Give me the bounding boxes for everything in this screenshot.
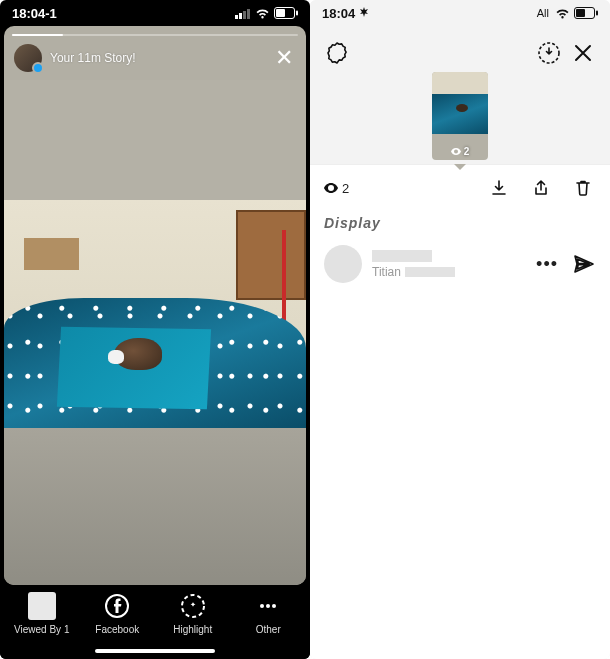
send-icon[interactable] bbox=[572, 252, 596, 276]
svg-rect-3 bbox=[247, 9, 250, 19]
section-label: Display bbox=[310, 211, 610, 239]
facebook-label: Facebook bbox=[95, 624, 139, 635]
share-icon bbox=[531, 178, 551, 198]
more-icon bbox=[253, 591, 283, 621]
svg-rect-5 bbox=[296, 11, 298, 16]
story-photo bbox=[4, 200, 306, 428]
viewed-by-label: Viewed By 1 bbox=[14, 624, 69, 635]
svg-rect-1 bbox=[239, 13, 242, 19]
viewer-thumb-icon bbox=[28, 592, 56, 620]
status-bar-left: 18:04-1 bbox=[0, 0, 310, 26]
thumb-view-count: 2 bbox=[432, 146, 488, 157]
view-count: 2 bbox=[324, 181, 349, 196]
close-button[interactable] bbox=[570, 40, 596, 66]
highlight-label: Highlight bbox=[173, 624, 212, 635]
highlight-icon bbox=[178, 591, 208, 621]
viewed-by-button[interactable]: Viewed By 1 bbox=[4, 591, 80, 635]
story-viewer-panel: 18:04-1 Your 11m Story! ✕ bbox=[0, 0, 310, 659]
story-image[interactable] bbox=[4, 80, 306, 585]
svg-rect-0 bbox=[235, 15, 238, 19]
story-header: Your 11m Story! ✕ bbox=[4, 36, 306, 80]
status-bar-right: 18:04 All bbox=[310, 0, 610, 26]
eye-icon bbox=[324, 183, 338, 193]
battery-icon bbox=[274, 7, 298, 19]
empty-area bbox=[310, 293, 610, 659]
status-time: 18:04-1 bbox=[12, 6, 57, 21]
story-body[interactable]: Your 11m Story! ✕ bbox=[4, 26, 306, 585]
svg-point-10 bbox=[266, 604, 270, 608]
verified-badge-icon bbox=[32, 62, 44, 74]
other-label: Other bbox=[256, 624, 281, 635]
story-progress bbox=[12, 34, 298, 36]
story-thumbnail-row: 2 bbox=[310, 72, 610, 164]
status-indicators: All bbox=[537, 7, 598, 19]
settings-icon bbox=[325, 41, 349, 65]
settings-button[interactable] bbox=[324, 40, 350, 66]
facebook-share-button[interactable]: Facebook bbox=[80, 591, 156, 635]
story-viewers-panel: 18:04 All 2 bbox=[310, 0, 610, 659]
svg-rect-6 bbox=[276, 9, 285, 17]
svg-rect-2 bbox=[243, 11, 246, 19]
share-button[interactable] bbox=[528, 175, 554, 201]
home-indicator[interactable] bbox=[95, 649, 215, 653]
battery-icon bbox=[574, 7, 598, 19]
viewer-avatar[interactable] bbox=[324, 245, 362, 283]
avatar[interactable] bbox=[14, 44, 42, 72]
viewer-name-redacted bbox=[372, 250, 432, 262]
trash-icon bbox=[573, 178, 593, 198]
delete-button[interactable] bbox=[570, 175, 596, 201]
viewer-subname: Titian bbox=[372, 265, 455, 279]
close-icon bbox=[573, 43, 593, 63]
download-icon bbox=[489, 178, 509, 198]
svg-point-9 bbox=[260, 604, 264, 608]
facebook-icon bbox=[102, 591, 132, 621]
status-time: 18:04 bbox=[322, 6, 369, 21]
viewer-info: Titian bbox=[372, 250, 455, 279]
story-thumbnail[interactable]: 2 bbox=[432, 72, 488, 160]
svg-rect-14 bbox=[576, 9, 585, 17]
other-button[interactable]: Other bbox=[231, 591, 307, 635]
story-title: Your 11m Story! bbox=[50, 51, 136, 65]
viewer-toolbar bbox=[310, 26, 610, 72]
svg-rect-13 bbox=[596, 11, 598, 16]
signal-icon bbox=[235, 8, 251, 19]
wifi-icon bbox=[555, 8, 570, 19]
story-footer: Viewed By 1 Facebook Highlight Other bbox=[0, 585, 310, 659]
viewer-more-button[interactable]: ••• bbox=[532, 254, 562, 275]
viewer-row[interactable]: Titian ••• bbox=[310, 239, 610, 293]
highlight-button[interactable]: Highlight bbox=[155, 591, 231, 635]
network-label: All bbox=[537, 7, 549, 19]
close-icon[interactable]: ✕ bbox=[272, 46, 296, 70]
saved-button[interactable] bbox=[536, 40, 562, 66]
saved-icon bbox=[537, 41, 561, 65]
status-indicators bbox=[235, 7, 298, 19]
action-row: 2 bbox=[310, 164, 610, 211]
svg-point-11 bbox=[272, 604, 276, 608]
download-button[interactable] bbox=[486, 175, 512, 201]
wifi-icon bbox=[255, 8, 270, 19]
